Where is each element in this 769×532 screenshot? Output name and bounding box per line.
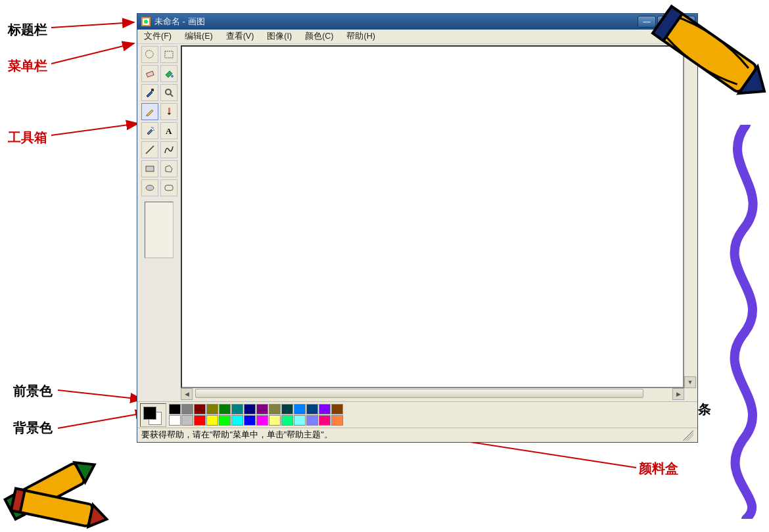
tool-round-rect[interactable] — [160, 179, 177, 196]
palette-color-4[interactable] — [219, 404, 231, 414]
palette-color-11[interactable] — [306, 404, 318, 414]
svg-rect-10 — [165, 51, 173, 58]
tool-line[interactable] — [141, 141, 158, 158]
palette-color-2[interactable] — [194, 404, 206, 414]
menu-view[interactable]: 查看(V) — [220, 31, 261, 42]
callout-titlebar: 标题栏 — [8, 21, 47, 39]
svg-rect-11 — [146, 71, 153, 77]
tool-airbrush[interactable] — [141, 122, 158, 139]
menu-file[interactable]: 文件(F) — [137, 31, 178, 42]
scroll-down-button[interactable]: ▼ — [684, 376, 696, 388]
tool-text[interactable]: A — [160, 122, 177, 139]
app-icon — [141, 16, 151, 27]
palette-color-1[interactable] — [181, 404, 193, 414]
palette-color-17[interactable] — [206, 415, 218, 426]
palette-color-18[interactable] — [219, 415, 231, 426]
svg-rect-16 — [168, 108, 170, 113]
palette-color-24[interactable] — [294, 415, 306, 426]
tool-fill[interactable] — [160, 65, 177, 82]
palette-color-5[interactable] — [231, 404, 243, 414]
color-palette — [169, 404, 343, 426]
svg-marker-32 — [88, 505, 109, 530]
toolbox: A — [137, 44, 181, 401]
palette-color-16[interactable] — [194, 415, 206, 426]
menu-image[interactable]: 图像(I) — [260, 31, 298, 42]
palette-color-9[interactable] — [281, 404, 293, 414]
svg-text:A: A — [166, 126, 172, 136]
palette-color-10[interactable] — [294, 404, 306, 414]
canvas-area — [181, 45, 684, 388]
tool-pencil[interactable] — [141, 103, 158, 120]
svg-rect-22 — [146, 166, 154, 171]
svg-line-21 — [146, 146, 154, 154]
callout-toolbox: 工具箱 — [8, 129, 47, 146]
palette-color-6[interactable] — [244, 404, 256, 414]
tool-brush[interactable] — [160, 103, 177, 120]
menubar: 文件(F) 编辑(E) 查看(V) 图像(I) 颜色(C) 帮助(H) — [137, 30, 697, 44]
crayon-art-top-right — [631, 0, 769, 112]
callout-bgcolor: 背景色 — [13, 419, 53, 437]
callout-fgcolor: 前景色 — [13, 382, 53, 400]
tool-rectangle[interactable] — [141, 160, 158, 177]
palette-color-15[interactable] — [181, 415, 193, 426]
palette-color-25[interactable] — [306, 415, 318, 426]
palette-color-0[interactable] — [169, 404, 181, 414]
horizontal-scrollbar[interactable]: ◀ ▶ — [181, 388, 696, 400]
palette-color-3[interactable] — [206, 404, 218, 414]
palette-color-13[interactable] — [331, 404, 343, 414]
palette-color-8[interactable] — [269, 404, 281, 414]
statusbar: 要获得帮助，请在"帮助"菜单中，单击"帮助主题"。 — [137, 428, 697, 442]
svg-point-14 — [166, 89, 171, 95]
callout-palette: 颜料盒 — [639, 460, 678, 477]
tool-options[interactable] — [145, 202, 174, 258]
titlebar[interactable]: 未命名 - 画图 — □ X — [137, 14, 697, 30]
callout-menubar: 菜单栏 — [8, 57, 47, 75]
scroll-left-button[interactable]: ◀ — [181, 388, 193, 400]
canvas[interactable] — [182, 47, 683, 387]
palette-color-21[interactable] — [256, 415, 268, 426]
svg-rect-24 — [165, 185, 173, 190]
color-palette-area — [137, 401, 697, 428]
palette-color-7[interactable] — [256, 404, 268, 414]
palette-color-27[interactable] — [331, 415, 343, 426]
scroll-right-button[interactable]: ▶ — [672, 388, 684, 400]
tool-eraser[interactable] — [141, 65, 158, 82]
tool-picker[interactable] — [141, 84, 158, 101]
palette-color-20[interactable] — [244, 415, 256, 426]
svg-line-3 — [58, 390, 142, 399]
palette-color-22[interactable] — [269, 415, 281, 426]
tool-magnify[interactable] — [160, 84, 177, 101]
tool-curve[interactable] — [160, 141, 177, 158]
current-colors[interactable] — [140, 403, 166, 427]
status-help-text: 要获得帮助，请在"帮助"菜单中，单击"帮助主题"。 — [141, 430, 333, 441]
tool-polygon[interactable] — [160, 160, 177, 177]
svg-point-19 — [151, 127, 152, 128]
resize-grip-icon[interactable] — [683, 430, 693, 441]
palette-color-12[interactable] — [319, 404, 331, 414]
svg-rect-13 — [151, 89, 154, 91]
menu-color[interactable]: 颜色(C) — [298, 31, 340, 42]
tool-free-select[interactable] — [141, 46, 158, 63]
menu-help[interactable]: 帮助(H) — [340, 31, 381, 42]
crayon-art-bottom-left — [0, 447, 118, 532]
menu-edit[interactable]: 编辑(E) — [178, 31, 220, 42]
palette-color-26[interactable] — [319, 415, 331, 426]
svg-point-18 — [153, 129, 154, 131]
mspaint-window: 未命名 - 画图 — □ X 文件(F) 编辑(E) 查看(V) 图像(I) 颜… — [137, 13, 698, 443]
svg-point-23 — [146, 185, 154, 190]
svg-point-17 — [152, 127, 154, 129]
window-title: 未命名 - 画图 — [154, 16, 205, 28]
svg-line-1 — [51, 43, 134, 64]
svg-point-12 — [171, 75, 174, 78]
scrollbar-thumb[interactable] — [195, 389, 643, 398]
purple-squiggle-art — [723, 125, 769, 519]
svg-line-4 — [58, 412, 147, 428]
foreground-color-swatch[interactable] — [143, 407, 156, 420]
palette-color-14[interactable] — [169, 415, 181, 426]
tool-ellipse[interactable] — [141, 179, 158, 196]
tool-rect-select[interactable] — [160, 46, 177, 63]
svg-line-2 — [51, 123, 138, 135]
svg-point-9 — [144, 20, 148, 24]
palette-color-19[interactable] — [231, 415, 243, 426]
palette-color-23[interactable] — [281, 415, 293, 426]
